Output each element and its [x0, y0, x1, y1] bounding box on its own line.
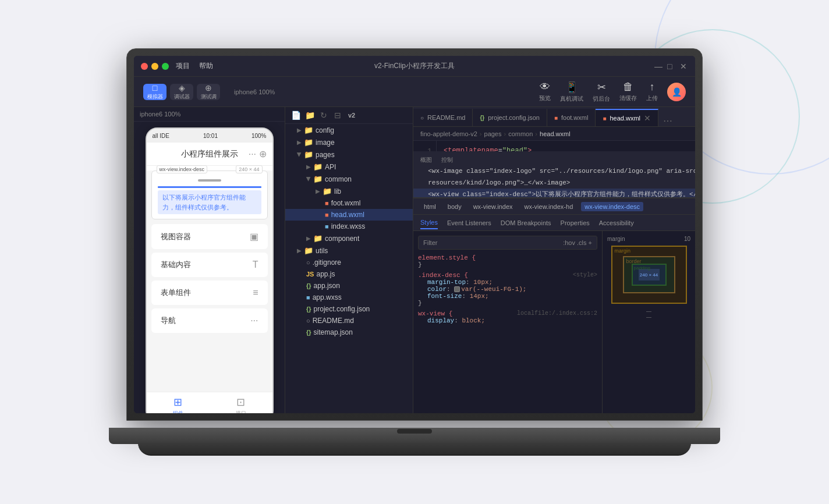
- css-prop-display: display: block;: [418, 317, 485, 324]
- bottom-panel: html body wx-view.index wx-view.index-hd…: [413, 198, 695, 413]
- breadcrumb-common[interactable]: common: [508, 130, 533, 137]
- highlight-line-2: resources/kind/logo.png">_</wx-image>: [413, 177, 695, 189]
- selector-html[interactable]: html: [420, 202, 440, 211]
- tree-item-head-wxml[interactable]: ■ head.wxml: [285, 209, 413, 221]
- component-content: 以下将展示小程序官方组件能力，组件样式仅供参考。: [152, 171, 267, 219]
- title-bar: 项目 帮助 v2-FinClip小程序开发工具 — □ ✕: [134, 56, 695, 77]
- win-restore-icon[interactable]: □: [667, 62, 675, 70]
- menu-item-project[interactable]: 项目: [176, 61, 190, 71]
- breadcrumb-root[interactable]: fino-applet-demo-v2: [420, 130, 477, 137]
- win-minimize-icon[interactable]: —: [654, 62, 663, 70]
- maximize-button[interactable]: [162, 63, 169, 70]
- bottom-tab-api[interactable]: ⊡ 接口: [236, 396, 246, 413]
- selector-wx-view-index-desc[interactable]: wx-view.index-desc: [581, 202, 643, 211]
- realtest-icon: 📱: [565, 81, 578, 94]
- box-model-content: 240 × 44: [639, 269, 660, 281]
- app-window: 项目 帮助 v2-FinClip小程序开发工具 — □ ✕ □: [134, 56, 695, 413]
- component-divider: [158, 186, 261, 188]
- selector-wx-view-index[interactable]: wx-view.index: [470, 202, 516, 211]
- preview-icon: 👁: [540, 81, 550, 93]
- tree-item-component[interactable]: ▶ 📁 component: [285, 232, 413, 244]
- cut-action[interactable]: ✂ 切后台: [593, 81, 610, 103]
- tree-item-api[interactable]: ▶ 📁 API: [285, 161, 413, 173]
- tree-item-readme[interactable]: ○ README.md: [285, 315, 413, 326]
- devtools-tabs: Styles Event Listeners DOM Breakpoints P…: [413, 215, 695, 231]
- devtools-tab-properties[interactable]: Properties: [561, 217, 590, 229]
- filter-pseudo[interactable]: :hov .cls +: [563, 239, 592, 246]
- devtools-tab-breakpoints[interactable]: DOM Breakpoints: [501, 217, 551, 229]
- folder-icon: 📁: [304, 126, 313, 134]
- css-selector-wx-view: wx-view {: [418, 310, 452, 317]
- tree-item-project-config[interactable]: {} project.config.json: [285, 303, 413, 315]
- selector-wx-view-index-hd[interactable]: wx-view.index-hd: [521, 202, 577, 211]
- breadcrumb-pages[interactable]: pages: [484, 130, 502, 137]
- laptop-foot: [138, 443, 691, 456]
- nav-item-views[interactable]: 视图容器 ▣: [151, 224, 268, 249]
- bottom-tab-components[interactable]: ⊞ 组件: [173, 396, 183, 413]
- new-file-button[interactable]: 📄: [290, 109, 302, 121]
- preview-action[interactable]: 👁 预览: [539, 81, 551, 102]
- tab-more-button[interactable]: ⋯: [658, 115, 677, 126]
- folder-icon: 📁: [313, 175, 323, 183]
- devtools-tab-accessibility[interactable]: Accessibility: [599, 217, 634, 229]
- devtools-tab-listeners[interactable]: Event Listeners: [447, 217, 491, 229]
- device-info: iphone6 100%: [234, 88, 275, 95]
- tree-item-foot-wxml[interactable]: ■ foot.wxml: [285, 197, 413, 209]
- tab-close-button[interactable]: ✕: [644, 114, 651, 122]
- phone-menu-dots[interactable]: ··· ⊕: [249, 148, 267, 159]
- tree-item-head-wxml-label: head.wxml: [331, 211, 364, 219]
- win-close-icon[interactable]: ✕: [680, 62, 688, 70]
- tree-item-index-wxss[interactable]: ■ index.wxss: [285, 221, 413, 232]
- nav-item-content-label: 基础内容: [161, 260, 191, 270]
- collapse-button[interactable]: ⊟: [332, 109, 343, 121]
- tab-head-wxml[interactable]: ■ head.wxml ✕: [596, 109, 658, 126]
- tree-item-sitemap[interactable]: {} sitemap.json: [285, 326, 413, 338]
- css-rule-index-desc: .index-desc { <style> margin-top: 10px; …: [418, 272, 597, 307]
- tree-item-app-json[interactable]: {} app.json: [285, 280, 413, 292]
- tab-readme[interactable]: ○ README.md: [413, 109, 473, 126]
- clear-icon: 🗑: [623, 81, 633, 93]
- user-avatar[interactable]: 👤: [667, 83, 686, 101]
- css-prop-margin-top: margin-top: 10px;: [418, 279, 493, 286]
- toolbar-actions: 👁 预览 📱 真机调试 ✂ 切后台 🗑 清: [539, 81, 686, 103]
- tree-item-gitignore[interactable]: ○ .gitignore: [285, 257, 413, 268]
- tree-item-app-js[interactable]: JS app.js: [285, 268, 413, 280]
- tab-foot-wxml[interactable]: ■ foot.wxml: [547, 109, 596, 126]
- clear-action[interactable]: 🗑 清缓存: [619, 81, 637, 102]
- test-icon: ⊕: [205, 83, 212, 93]
- wxss-icon: ■: [306, 294, 310, 301]
- nav-item-nav[interactable]: 导航 ···: [151, 308, 268, 333]
- tree-item-lib[interactable]: ▶ 📁 lib: [285, 185, 413, 197]
- api-tab-icon: ⊡: [236, 396, 245, 409]
- phone-status-right: 100%: [251, 133, 267, 139]
- phone-app-title: 小程序组件展示: [181, 149, 238, 159]
- tree-item-app-wxss[interactable]: ■ app.wxss: [285, 292, 413, 303]
- color-swatch: [454, 286, 460, 292]
- upload-action[interactable]: ↑ 上传: [646, 81, 658, 102]
- breadcrumb-sep-1: ›: [480, 130, 482, 137]
- devtools-tab-styles[interactable]: Styles: [420, 216, 438, 229]
- tree-item-pages[interactable]: ▶ 📁 pages: [285, 148, 413, 161]
- new-folder-button[interactable]: 📁: [304, 109, 316, 121]
- nav-item-forms[interactable]: 表单组件 ≡: [151, 281, 268, 305]
- debug-mode-button[interactable]: ◈ 调试器: [170, 84, 193, 100]
- simulate-mode-button[interactable]: □ 模拟器: [143, 84, 166, 100]
- component-text: 以下将展示小程序官方组件能力，组件样式仅供参考。: [158, 190, 261, 214]
- menu-item-help[interactable]: 帮助: [199, 61, 213, 71]
- tree-item-utils[interactable]: ▶ 📁 utils: [285, 244, 413, 257]
- tab-project-config[interactable]: {} project.config.json: [473, 109, 547, 126]
- tree-item-common[interactable]: ▶ 📁 common: [285, 173, 413, 185]
- code-content[interactable]: <template name="head"> <view class="page…: [437, 141, 695, 151]
- chevron-icon: ▶: [306, 164, 311, 170]
- test-mode-button[interactable]: ⊕ 测试调: [197, 84, 220, 100]
- tree-item-foot-wxml-label: foot.wxml: [331, 199, 361, 207]
- selector-body[interactable]: body: [444, 202, 465, 211]
- chevron-icon: ▶: [306, 235, 311, 242]
- refresh-button[interactable]: ↻: [318, 109, 330, 121]
- minimize-button[interactable]: [151, 63, 158, 70]
- nav-item-content[interactable]: 基础内容 T: [151, 253, 268, 277]
- realtest-action[interactable]: 📱 真机调试: [560, 81, 583, 103]
- tree-item-config[interactable]: ▶ 📁 config: [285, 124, 413, 136]
- close-button[interactable]: [141, 63, 148, 70]
- tree-item-image[interactable]: ▶ 📁 image: [285, 136, 413, 148]
